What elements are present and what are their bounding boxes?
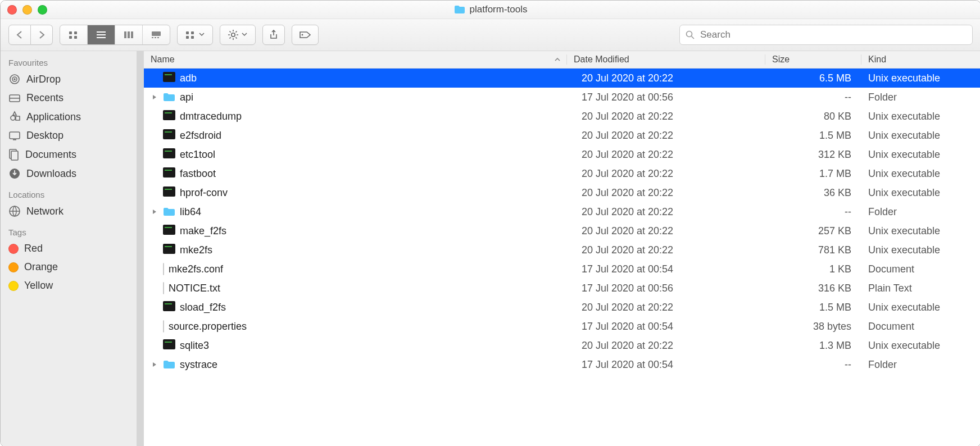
folder-icon [163, 92, 175, 102]
sidebar-item-label: Desktop [26, 130, 63, 142]
sidebar-item-label: Orange [24, 261, 58, 273]
traffic-lights [7, 5, 47, 15]
column-kind[interactable]: Kind [861, 54, 980, 65]
forward-button[interactable] [31, 25, 53, 45]
file-size: 1.7 MB [773, 168, 861, 180]
file-size: 80 KB [773, 111, 861, 122]
search-input[interactable] [699, 29, 967, 41]
file-kind: Unix executable [861, 187, 980, 199]
file-kind: Unix executable [861, 130, 980, 142]
disclosure-triangle[interactable] [151, 94, 158, 100]
file-row[interactable]: sqlite320 Jul 2020 at 20:221.3 MBUnix ex… [144, 336, 980, 355]
file-row[interactable]: lib6420 Jul 2020 at 20:22--Folder [144, 202, 980, 221]
doc-icon [163, 321, 164, 333]
file-row[interactable]: source.properties17 Jul 2020 at 00:5438 … [144, 317, 980, 336]
file-name: fastboot [180, 168, 216, 180]
icon-view-button[interactable] [60, 25, 88, 44]
tag-circle-icon [8, 281, 19, 291]
file-row[interactable]: fastboot20 Jul 2020 at 20:221.7 MBUnix e… [144, 164, 980, 183]
file-size: 6.5 MB [773, 72, 861, 84]
svg-rect-8 [128, 31, 130, 38]
file-kind: Unix executable [861, 225, 980, 237]
file-row[interactable]: adb20 Jul 2020 at 20:226.5 MBUnix execut… [144, 69, 980, 88]
gallery-view-button[interactable] [143, 25, 170, 44]
file-row[interactable]: systrace17 Jul 2020 at 00:54--Folder [144, 355, 980, 374]
file-name: source.properties [169, 321, 247, 333]
close-button[interactable] [7, 5, 17, 15]
column-date-label: Date Modified [574, 54, 629, 64]
file-row[interactable]: e2fsdroid20 Jul 2020 at 20:221.5 MBUnix … [144, 126, 980, 145]
svg-rect-15 [191, 31, 194, 34]
file-size: -- [773, 359, 861, 371]
sidebar-item-desktop[interactable]: Desktop [1, 126, 143, 145]
file-row[interactable]: api17 Jul 2020 at 00:56--Folder [144, 88, 980, 107]
column-name-label: Name [151, 54, 175, 65]
file-name: NOTICE.txt [169, 283, 220, 294]
svg-rect-34 [10, 98, 20, 99]
file-name: make_f2fs [180, 225, 226, 237]
doc-icon [163, 283, 164, 294]
sidebar-item-network[interactable]: Network [1, 202, 143, 221]
column-name[interactable]: Name [144, 54, 567, 65]
sidebar-item-recents[interactable]: Recents [1, 89, 143, 107]
disclosure-triangle[interactable] [151, 362, 158, 367]
search-field[interactable] [679, 25, 973, 45]
list-view-button[interactable] [88, 25, 115, 44]
file-row[interactable]: hprof-conv20 Jul 2020 at 20:2236 KBUnix … [144, 183, 980, 202]
desktop-icon [8, 131, 21, 141]
file-date: 17 Jul 2020 at 00:56 [575, 92, 773, 103]
svg-point-27 [302, 34, 303, 36]
svg-rect-10 [152, 31, 161, 36]
tags-button[interactable] [292, 25, 319, 45]
file-row[interactable]: mke2fs20 Jul 2020 at 20:22781 KBUnix exe… [144, 240, 980, 260]
file-row[interactable]: make_f2fs20 Jul 2020 at 20:22257 KBUnix … [144, 221, 980, 240]
svg-rect-12 [155, 37, 156, 38]
sidebar-item-red[interactable]: Red [1, 239, 143, 258]
file-date: 20 Jul 2020 at 20:22 [575, 168, 773, 180]
file-kind: Folder [861, 359, 980, 371]
column-size[interactable]: Size [765, 54, 861, 65]
svg-rect-7 [124, 31, 126, 38]
file-row[interactable]: sload_f2fs20 Jul 2020 at 20:221.5 MBUnix… [144, 298, 980, 317]
sidebar-scrollbar[interactable] [137, 51, 143, 446]
sidebar-item-orange[interactable]: Orange [1, 258, 143, 276]
file-row[interactable]: etc1tool20 Jul 2020 at 20:22312 KBUnix e… [144, 145, 980, 164]
file-name: lib64 [180, 206, 201, 218]
window-title-text: platform-tools [470, 4, 528, 15]
svg-rect-38 [11, 151, 18, 160]
maximize-button[interactable] [38, 5, 47, 15]
minimize-button[interactable] [22, 5, 32, 15]
sidebar-item-applications[interactable]: Applications [1, 107, 143, 126]
sidebar-item-label: Applications [26, 111, 81, 123]
folder-icon [454, 5, 465, 14]
file-name: dmtracedump [180, 111, 242, 122]
tag-circle-icon [8, 262, 19, 272]
column-view-button[interactable] [115, 25, 143, 44]
file-size: 36 KB [773, 187, 861, 199]
file-row[interactable]: NOTICE.txt17 Jul 2020 at 00:56316 KBPlai… [144, 279, 980, 298]
file-date: 17 Jul 2020 at 00:54 [575, 321, 773, 333]
svg-point-18 [232, 33, 235, 37]
toolbar [1, 19, 980, 51]
file-row[interactable]: dmtracedump20 Jul 2020 at 20:2280 KBUnix… [144, 107, 980, 126]
action-menu-button[interactable] [220, 25, 256, 45]
file-name: systrace [180, 359, 217, 371]
file-size: 1.5 MB [773, 130, 861, 142]
disclosure-triangle[interactable] [151, 209, 158, 215]
file-date: 20 Jul 2020 at 20:22 [575, 149, 773, 161]
sidebar-item-downloads[interactable]: Downloads [1, 164, 143, 183]
share-button[interactable] [262, 25, 285, 45]
group-by-button[interactable] [177, 25, 213, 45]
sidebar-item-documents[interactable]: Documents [1, 145, 143, 164]
file-row[interactable]: mke2fs.conf17 Jul 2020 at 00:541 KBDocum… [144, 260, 980, 279]
sidebar-item-yellow[interactable]: Yellow [1, 276, 143, 295]
svg-rect-5 [97, 34, 106, 35]
file-date: 20 Jul 2020 at 20:22 [575, 130, 773, 142]
gear-icon [228, 30, 238, 40]
file-date: 20 Jul 2020 at 20:22 [575, 302, 773, 313]
exec-icon [163, 72, 175, 85]
back-button[interactable] [8, 25, 31, 45]
column-date-modified[interactable]: Date Modified [567, 54, 765, 65]
sidebar-item-airdrop[interactable]: AirDrop [1, 70, 143, 89]
chevron-down-icon [199, 33, 205, 37]
